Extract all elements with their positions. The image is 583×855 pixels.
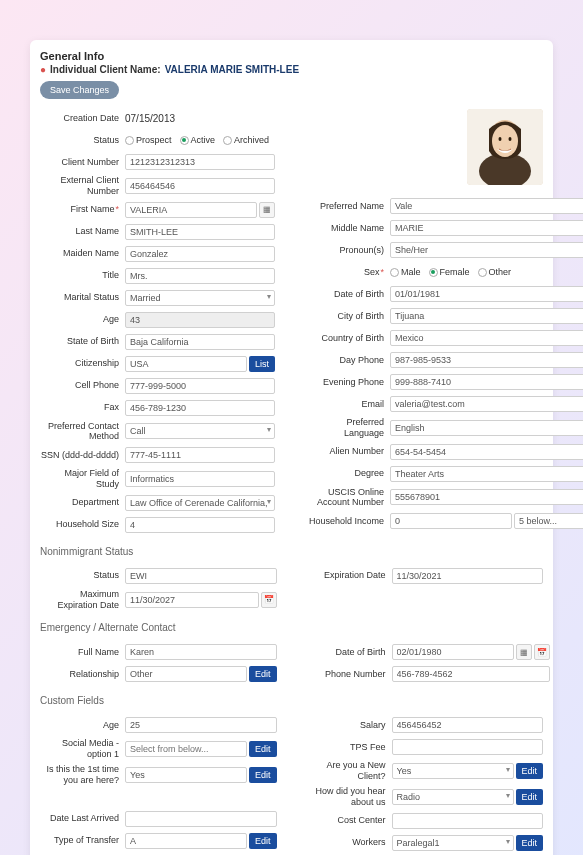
radio-female[interactable]: Female [429,267,470,277]
select-preferred-contact[interactable] [125,423,275,439]
input-household-size[interactable] [125,517,275,533]
input-degree[interactable] [390,466,583,482]
calendar-icon[interactable]: 📅 [534,644,550,660]
input-fax[interactable] [125,400,275,416]
input-state-of-birth[interactable] [125,334,275,350]
client-photo [467,109,543,185]
input-dob[interactable] [390,286,583,302]
edit-button-workers[interactable]: Edit [516,835,544,851]
input-salary[interactable] [392,717,544,733]
label-state-of-birth: State of Birth [40,336,125,347]
label-tps-fee: TPS Fee [307,742,392,753]
select-income-range[interactable] [514,513,583,529]
label-dob: Date of Birth [305,289,390,300]
label-department: Department [40,497,125,508]
label-external-client-number: External Client Number [40,175,125,197]
label-middle-name: Middle Name [305,223,390,234]
label-preferred-language: Preferred Language [305,417,390,439]
label-day-phone: Day Phone [305,355,390,366]
input-cell-phone[interactable] [125,378,275,394]
label-date-last-arrived: Date Last Arrived [40,813,125,824]
subsection-nonimmigrant: Nonimmigrant Status [40,546,543,557]
label-social-media: Social Media - option 1 [40,738,125,760]
input-external-client-number[interactable] [125,178,275,194]
select-workers[interactable] [392,835,514,851]
label-ec-relationship: Relationship [40,669,125,680]
label-country-of-birth: Country of Birth [305,333,390,344]
select-pronouns[interactable] [390,242,583,258]
client-name-value: VALERIA MARIE SMITH-LEE [165,64,299,75]
select-first-time[interactable] [125,767,247,783]
input-ssn[interactable] [125,447,275,463]
edit-button-how-hear[interactable]: Edit [516,789,544,805]
edit-button-relationship[interactable]: Edit [249,666,277,682]
label-marital-status: Marital Status [40,292,125,303]
edit-button-new-client[interactable]: Edit [516,763,544,779]
input-ni-status[interactable] [125,568,277,584]
value-creation-date: 07/15/2013 [125,113,175,124]
input-preferred-language[interactable] [390,420,583,436]
input-ec-dob[interactable] [392,644,514,660]
select-department[interactable] [125,495,275,511]
input-tps-fee[interactable] [392,739,544,755]
radio-archived[interactable]: Archived [223,135,269,145]
label-preferred-name: Preferred Name [305,201,390,212]
label-age: Age [40,314,125,325]
select-marital-status[interactable] [125,290,275,306]
list-button-citizenship[interactable]: List [249,356,275,372]
input-client-number[interactable] [125,154,275,170]
save-changes-button[interactable]: Save Changes [40,81,119,99]
input-max-exp-date[interactable] [125,592,259,608]
input-preferred-name[interactable] [390,198,583,214]
select-how-hear[interactable] [392,789,514,805]
label-cf-age: Age [40,720,125,731]
edit-button-social[interactable]: Edit [249,741,277,757]
input-age [125,312,275,328]
input-middle-name[interactable] [390,220,583,236]
input-exp-date[interactable] [392,568,544,584]
label-first-time: Is this the 1st time you are here? [40,764,125,786]
subsection-emergency: Emergency / Alternate Contact [40,622,543,633]
input-type-transfer[interactable] [125,833,247,849]
input-title[interactable] [125,268,275,284]
radio-male[interactable]: Male [390,267,421,277]
input-alien-number[interactable] [390,444,583,460]
label-workers: Workers [307,837,392,848]
radio-prospect[interactable]: Prospect [125,135,172,145]
input-maiden-name[interactable] [125,246,275,262]
input-uscis-account[interactable] [390,489,583,505]
input-city-of-birth[interactable] [390,308,583,324]
radio-other[interactable]: Other [478,267,512,277]
input-citizenship[interactable] [125,356,247,372]
input-cf-age[interactable] [125,717,277,733]
input-major-field[interactable] [125,471,275,487]
label-max-exp-date: Maximum Expiration Date [40,589,125,611]
input-day-phone[interactable] [390,352,583,368]
label-major-field: Major Field of Study [40,468,125,490]
label-pronouns: Pronoun(s) [305,245,390,256]
input-cost-center[interactable] [392,813,544,829]
input-ec-fullname[interactable] [125,644,277,660]
radio-active[interactable]: Active [180,135,216,145]
select-new-client[interactable] [392,763,514,779]
input-first-name[interactable] [125,202,257,218]
label-exp-date: Expiration Date [307,570,392,581]
select-social-media[interactable] [125,741,247,757]
input-email[interactable] [390,396,583,412]
grid-icon[interactable]: ▦ [259,202,275,218]
input-ec-phone[interactable] [392,666,550,682]
edit-button-transfer[interactable]: Edit [249,833,277,849]
input-ec-relationship[interactable] [125,666,247,682]
input-date-last-arrived[interactable] [125,811,277,827]
label-type-transfer: Type of Transfer [40,835,125,846]
input-household-income[interactable] [390,513,512,529]
calendar-icon[interactable]: 📅 [261,592,277,608]
grid-icon[interactable]: ▦ [516,644,532,660]
input-evening-phone[interactable] [390,374,583,390]
select-country-of-birth[interactable] [390,330,583,346]
label-household-size: Household Size [40,519,125,530]
label-ec-phone: Phone Number [307,669,392,680]
svg-point-5 [509,137,512,141]
edit-button-first-time[interactable]: Edit [249,767,277,783]
input-last-name[interactable] [125,224,275,240]
